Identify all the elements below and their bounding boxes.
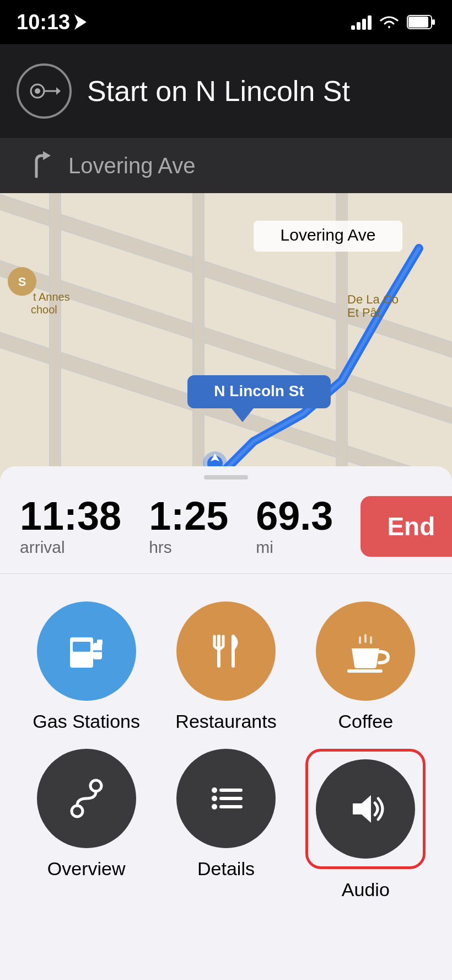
- svg-rect-39: [97, 640, 103, 645]
- nav-direction-icon: [17, 63, 72, 119]
- svg-marker-57: [353, 795, 371, 823]
- secondary-instruction-text: Lovering Ave: [68, 153, 196, 178]
- speaker-icon: [341, 784, 390, 834]
- gas-stations-label: Gas Stations: [33, 711, 140, 732]
- coffee-cup-icon: [341, 626, 390, 676]
- battery-icon: [407, 15, 435, 29]
- details-label: Details: [197, 858, 255, 880]
- secondary-nav-instruction: Lovering Ave: [0, 138, 452, 193]
- distance-block: 69.3 mi: [256, 496, 333, 557]
- svg-rect-37: [73, 642, 90, 652]
- categories-grid: Gas Stations Restaurants: [0, 574, 452, 923]
- arrival-time-block: 11:38 arrival: [20, 496, 121, 557]
- svg-marker-7: [56, 87, 61, 95]
- overview-icon-circle: [37, 749, 136, 848]
- details-icon-circle: [176, 749, 276, 848]
- svg-rect-3: [408, 17, 428, 28]
- svg-text:N Lincoln St: N Lincoln St: [214, 382, 304, 400]
- gas-pump-icon: [62, 626, 111, 676]
- audio-label: Audio: [342, 879, 390, 901]
- category-overview[interactable]: Overview: [22, 749, 150, 901]
- category-coffee[interactable]: Coffee: [302, 601, 430, 732]
- location-active-icon: [74, 14, 87, 30]
- status-time: 10:13: [17, 10, 87, 34]
- end-navigation-button[interactable]: End: [360, 496, 452, 557]
- bottom-sheet: 11:38 arrival 1:25 hrs 69.3 mi End: [0, 466, 452, 980]
- duration-label: hrs: [149, 538, 228, 557]
- svg-text:Lovering Ave: Lovering Ave: [281, 226, 376, 244]
- svg-marker-8: [43, 151, 51, 160]
- coffee-label: Coffee: [338, 711, 394, 732]
- gas-stations-icon-circle: [37, 601, 136, 701]
- svg-point-55: [212, 804, 217, 809]
- turn-right-icon: [20, 149, 53, 182]
- overview-label: Overview: [47, 858, 126, 880]
- svg-text:chool: chool: [31, 303, 57, 316]
- svg-text:De La Co: De La Co: [347, 292, 399, 306]
- status-icons: [351, 14, 435, 30]
- category-audio[interactable]: Audio: [302, 749, 430, 901]
- coffee-icon-circle: [316, 601, 415, 701]
- svg-point-53: [212, 796, 217, 801]
- fork-knife-icon: [201, 626, 251, 676]
- signal-icon: [351, 14, 372, 30]
- svg-point-51: [212, 787, 217, 793]
- list-icon: [201, 774, 251, 823]
- svg-point-50: [90, 780, 101, 791]
- eta-row: 11:38 arrival 1:25 hrs 69.3 mi End: [0, 496, 452, 574]
- time-display: 10:13: [17, 10, 70, 34]
- primary-instruction-text: Start on N Lincoln St: [87, 74, 350, 108]
- svg-text:t Annes: t Annes: [33, 291, 70, 303]
- arrival-time-value: 11:38: [20, 496, 121, 536]
- audio-icon-circle: [316, 759, 415, 859]
- route-curve-icon: [62, 774, 111, 823]
- arrival-label: arrival: [20, 538, 121, 557]
- wifi-icon: [379, 15, 399, 29]
- svg-marker-0: [74, 14, 87, 30]
- svg-rect-45: [347, 669, 383, 673]
- distance-value: 69.3: [256, 496, 333, 536]
- map-svg: Lovering Ave N Lincoln St S t Annes choo…: [0, 193, 452, 486]
- svg-text:Et Pât: Et Pât: [347, 306, 380, 319]
- duration-value: 1:25: [149, 496, 228, 536]
- svg-text:S: S: [18, 275, 26, 289]
- category-restaurants[interactable]: Restaurants: [162, 601, 290, 732]
- category-details[interactable]: Details: [162, 749, 290, 901]
- distance-label: mi: [256, 538, 333, 557]
- svg-point-49: [72, 806, 83, 817]
- restaurants-icon-circle: [176, 601, 276, 701]
- category-gas-stations[interactable]: Gas Stations: [22, 601, 150, 732]
- map-view[interactable]: Lovering Ave N Lincoln St S t Annes choo…: [0, 193, 452, 486]
- audio-selected-border: [305, 749, 426, 869]
- svg-rect-2: [432, 19, 435, 25]
- svg-point-5: [35, 88, 40, 94]
- primary-nav-instruction: Start on N Lincoln St: [0, 44, 452, 138]
- restaurants-label: Restaurants: [175, 711, 276, 732]
- drag-handle[interactable]: [204, 475, 248, 480]
- duration-block: 1:25 hrs: [149, 496, 228, 557]
- status-bar: 10:13: [0, 0, 452, 44]
